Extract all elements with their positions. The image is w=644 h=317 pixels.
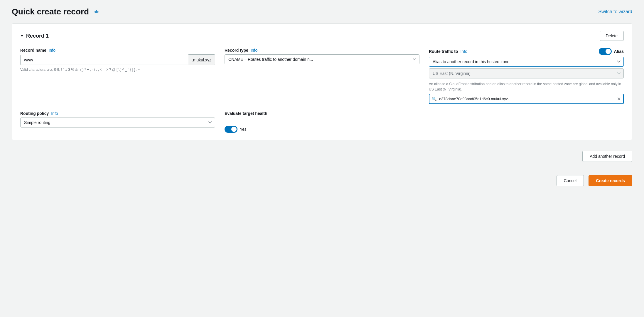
evaluate-health-field: Evaluate target health Yes	[225, 111, 419, 133]
record-name-field: Record name Info www .mukul.xyz Valid ch…	[20, 48, 215, 104]
chevron-down-icon: ▼	[20, 34, 24, 38]
empty-col	[429, 111, 624, 133]
routing-policy-select[interactable]: Simple routing Weighted Latency Failover…	[20, 118, 215, 128]
page-title: Quick create record	[12, 7, 89, 16]
record-type-label: Record type	[225, 48, 248, 53]
routing-policy-info-link[interactable]: Info	[51, 111, 58, 116]
route-traffic-label: Route traffic to	[429, 49, 458, 54]
page-header: Quick create record Info Switch to wizar…	[12, 7, 632, 16]
alias-hint-text: An alias to a CloudFront distribution an…	[429, 81, 624, 92]
page-title-info-link[interactable]: Info	[92, 9, 99, 14]
record-header: ▼ Record 1 Delete	[20, 31, 624, 41]
add-another-record-button[interactable]: Add another record	[582, 151, 632, 162]
alias-toggle[interactable]	[599, 48, 612, 55]
record-card: ▼ Record 1 Delete Record name Info www .…	[12, 24, 632, 140]
record-section-title: Record 1	[26, 33, 49, 39]
form-grid-row1: Record name Info www .mukul.xyz Valid ch…	[20, 48, 624, 104]
target-search-input[interactable]: e378daae70e93bad05d1d6c0.mukul.xyz.	[438, 94, 616, 103]
region-select: US East (N. Virginia)	[429, 68, 624, 78]
footer-actions: Cancel Create records	[12, 169, 632, 196]
record-name-hint: Valid characters: a-z, 0-9, ! " # $ % & …	[20, 68, 215, 72]
record-title-row: ▼ Record 1	[20, 33, 49, 39]
record-type-select[interactable]: A – Routes traffic to an IPv4 address AA…	[225, 54, 419, 64]
route-traffic-label-left: Route traffic to Info	[429, 49, 467, 54]
record-type-label-row: Record type Info	[225, 48, 419, 53]
evaluate-health-toggle[interactable]	[225, 126, 237, 133]
alias-target-select[interactable]: Alias to another record in this hosted z…	[429, 57, 624, 67]
switch-wizard-link[interactable]: Switch to wizard	[598, 9, 632, 14]
clear-icon[interactable]: ✕	[616, 95, 622, 103]
search-input-wrapper: 🔍 e378daae70e93bad05d1d6c0.mukul.xyz. ✕	[429, 94, 624, 104]
alias-label: Alias	[614, 49, 624, 54]
page-title-row: Quick create record Info	[12, 7, 99, 16]
delete-button[interactable]: Delete	[600, 31, 624, 41]
evaluate-health-label: Evaluate target health	[225, 111, 419, 116]
record-name-label-row: Record name Info	[20, 48, 215, 53]
domain-suffix: .mukul.xyz	[188, 54, 215, 65]
route-traffic-info-link[interactable]: Info	[461, 49, 467, 54]
evaluate-health-yes-label: Yes	[240, 127, 247, 132]
record-name-input[interactable]: www	[20, 55, 188, 65]
routing-section: Routing policy Info Simple routing Weigh…	[20, 111, 624, 133]
routing-policy-field: Routing policy Info Simple routing Weigh…	[20, 111, 215, 133]
create-records-button[interactable]: Create records	[589, 175, 632, 186]
add-record-row: Add another record	[12, 145, 632, 167]
record-type-field: Record type Info A – Routes traffic to a…	[225, 48, 419, 104]
record-name-input-group: www .mukul.xyz	[20, 54, 215, 65]
alias-toggle-row: Alias	[599, 48, 624, 55]
cancel-button[interactable]: Cancel	[557, 175, 584, 186]
search-icon: 🔍	[432, 97, 437, 101]
route-traffic-field: Route traffic to Info Alias Alias to ano…	[429, 48, 624, 104]
routing-policy-label-row: Routing policy Info	[20, 111, 215, 116]
evaluate-health-row: Yes	[225, 126, 419, 133]
record-name-label: Record name	[20, 48, 46, 53]
record-name-info-link[interactable]: Info	[49, 48, 55, 53]
route-traffic-label-row: Route traffic to Info Alias	[429, 48, 624, 55]
record-type-info-link[interactable]: Info	[251, 48, 257, 53]
routing-policy-label: Routing policy	[20, 111, 49, 116]
